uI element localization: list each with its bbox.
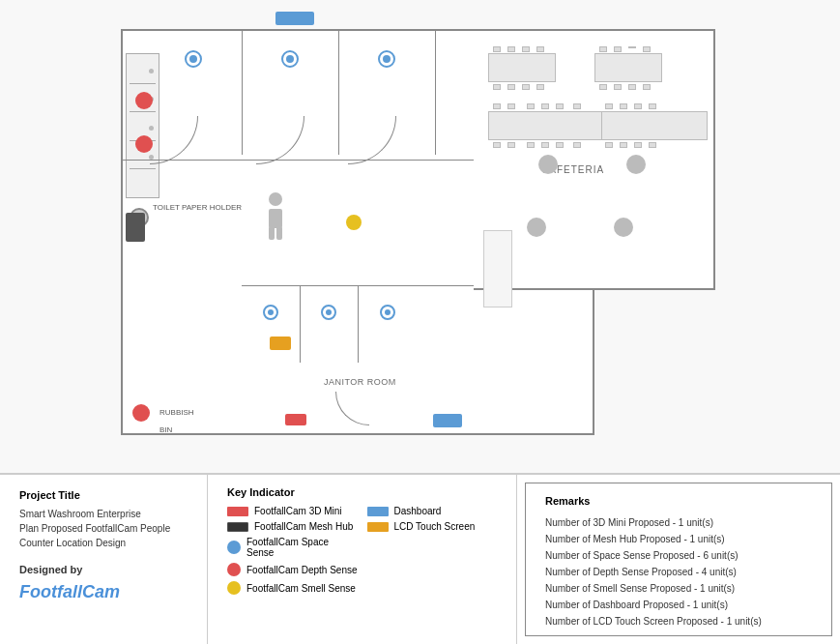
lower-divider-2 (358, 285, 474, 286)
remarks-section: Remarks Number of 3D Mini Proposed - 1 u… (525, 483, 832, 636)
cafe-chair (522, 46, 530, 52)
floorplan: CAFETERIA TOILET PAPER HO (0, 0, 840, 474)
cafe-chair (605, 142, 613, 148)
cafe-chair (620, 103, 627, 109)
info-panel: Project Title Smart Washroom Enterprise … (0, 474, 840, 644)
storage-unit (483, 230, 512, 307)
space-color (227, 541, 241, 554)
cafe-chair (649, 103, 656, 109)
stall-divider-2 (338, 29, 339, 155)
cafe-chair (620, 142, 627, 148)
remark-item: Number of LCD Touch Screen Proposed - 1 … (545, 613, 812, 629)
space-sense-5 (321, 305, 336, 320)
cafe-depth-sense-4 (614, 218, 633, 237)
mini3d-device (285, 414, 306, 425)
person-icon (261, 191, 290, 240)
project-title: Smart Washroom Enterprise Plan Proposed … (19, 507, 188, 550)
cafe-chair (522, 84, 530, 90)
cafe-chair (507, 84, 515, 90)
depth-color (227, 563, 241, 576)
key-indicator-heading: Key Indicator (227, 486, 497, 498)
cafe-chair (536, 46, 544, 52)
cafe-table-long-2 (601, 111, 708, 140)
cafe-chair (599, 46, 607, 52)
cafe-chair (556, 103, 564, 109)
key-item-smell: FootfallCam Smell Sense (227, 581, 358, 595)
depth-sense-1 (135, 92, 153, 109)
project-section: Project Title Smart Washroom Enterprise … (0, 475, 208, 644)
lcd-color (367, 522, 389, 532)
dashboard-color (367, 507, 389, 516)
smell-label: FootfallCam Smell Sense (246, 583, 356, 594)
svg-rect-2 (269, 226, 275, 240)
remark-item: Number of 3D Mini Proposed - 1 unit(s) (545, 514, 812, 531)
cafe-chair (614, 84, 622, 90)
cafe-chair (507, 46, 515, 52)
cafe-chair (556, 142, 564, 148)
cafe-chair (507, 142, 515, 148)
dashboard-label: Dashboard (394, 506, 442, 516)
depth-label: FootfallCam Depth Sense (246, 565, 358, 575)
tp-label: TOILET PAPER HOLDER (153, 203, 242, 213)
cafe-chair (628, 46, 636, 48)
smell-color (227, 581, 241, 595)
remark-item: Number of Dashboard Proposed - 1 unit(s) (545, 597, 812, 613)
cafe-chair (605, 103, 613, 109)
space-label: FootfallCam Space Sense (246, 537, 358, 558)
remark-item: Number of Mesh Hub Proposed - 1 unit(s) (545, 531, 812, 547)
cafe-chair (649, 142, 656, 148)
smell-sense-1 (346, 215, 362, 230)
cafe-chair (493, 142, 501, 148)
key-indicator-grid: FootfallCam 3D Mini Dashboard FootfallCa… (227, 506, 497, 595)
mesh-label: FootfallCam Mesh Hub (254, 521, 353, 532)
cafe-chair (573, 103, 581, 109)
remarks-heading: Remarks (545, 495, 812, 507)
lcd-label: LCD Touch Screen (394, 521, 476, 532)
cafe-chair (599, 84, 607, 90)
cafe-depth-sense-3 (527, 218, 546, 237)
key-item-lcd: LCD Touch Screen (367, 521, 498, 532)
stall-divider-1 (242, 29, 243, 155)
stall-divider-3 (435, 29, 436, 155)
rb-label-wrapper: RUBBISHBIN (159, 401, 198, 402)
cafe-chair (573, 142, 581, 148)
svg-point-0 (269, 192, 282, 206)
space-sense-3 (378, 50, 395, 68)
svg-rect-1 (269, 209, 282, 228)
cafe-chair (493, 46, 501, 52)
remark-item: Number of Smell Sense Proposed - 1 unit(… (545, 580, 812, 597)
key-item-depth: FootfallCam Depth Sense (227, 563, 358, 576)
lower-stall-div-1 (300, 285, 301, 363)
space-sense-6 (380, 305, 395, 320)
key-item-dashboard: Dashboard (367, 506, 498, 516)
washroom-divider (121, 160, 474, 161)
cafe-table-long-1 (488, 111, 614, 140)
cafe-chair (634, 142, 642, 148)
rubbish-bin-sensor (132, 404, 150, 422)
cafe-chair (614, 46, 622, 52)
designed-by-label: Designed by (19, 562, 188, 578)
svg-rect-3 (276, 226, 282, 240)
remark-item: Number of Space Sense Proposed - 6 unit(… (545, 547, 812, 564)
cafe-chair (541, 103, 549, 109)
cafe-depth-sense-2 (626, 155, 646, 174)
key-item-mini3d: FootfallCam 3D Mini (227, 506, 358, 516)
cafe-table-1 (488, 53, 556, 82)
cafe-depth-sense-1 (538, 155, 558, 174)
space-sense-2 (281, 50, 299, 68)
key-item-mesh: FootfallCam Mesh Hub (227, 521, 358, 532)
cafe-chair (628, 84, 636, 90)
cafe-chair (634, 103, 642, 109)
space-sense-4 (263, 305, 278, 320)
footfallcam-logo: FootfallCam (19, 582, 188, 602)
cafe-chair (536, 84, 544, 90)
space-sense-1 (185, 50, 202, 68)
key-indicator-section: Key Indicator FootfallCam 3D Mini Dashbo… (208, 475, 517, 644)
cafe-chair (643, 84, 651, 90)
lcd-touchscreen (270, 337, 291, 350)
cafe-chair (527, 142, 535, 148)
mini3d-color (227, 507, 248, 516)
remarks-list: Number of 3D Mini Proposed - 1 unit(s)Nu… (545, 514, 812, 629)
cafe-chair (493, 103, 501, 109)
cafe-table-2 (594, 53, 662, 82)
